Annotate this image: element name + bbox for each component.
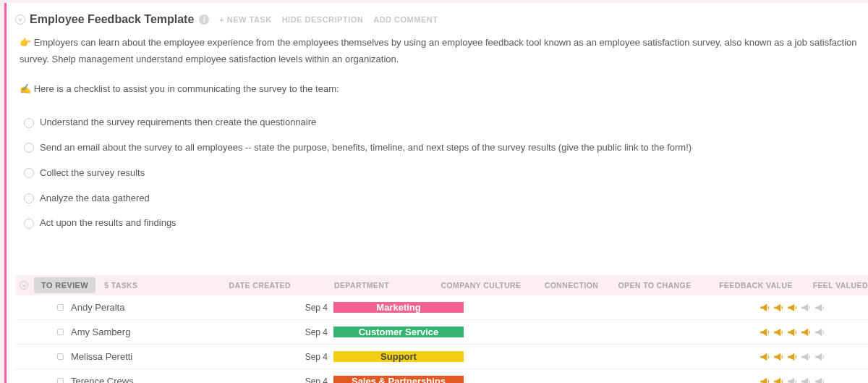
megaphone-icon — [814, 326, 827, 339]
checklist-item-text: Understand the survey requirements then … — [40, 114, 316, 131]
group-collapse-icon[interactable] — [18, 275, 30, 295]
megaphone-icon — [759, 301, 772, 314]
collapse-icon[interactable] — [15, 14, 25, 25]
header: Employee Feedback Template i + NEW TASK … — [15, 13, 868, 26]
table-row[interactable]: Terence CrewsSep 4Sales & Partnerships — [15, 369, 868, 383]
cell-date: Sep 4 — [254, 303, 333, 313]
checklist-intro: ✍️ Here is a checklist to assist you in … — [20, 81, 864, 98]
task-name: Melissa Peretti — [71, 351, 132, 362]
task-name: Terence Crews — [71, 376, 134, 383]
megaphone-icon — [759, 350, 772, 363]
checklist-intro-text: Here is a checklist to assist you in com… — [34, 83, 339, 94]
table-header-row: TO REVIEW 5 TASKS DATE CREATED DEPARTMEN… — [15, 275, 868, 295]
add-comment-button[interactable]: ADD COMMENT — [373, 15, 438, 24]
description: 👉 Employers can learn about the employee… — [15, 32, 868, 251]
cell-department[interactable]: Support — [333, 351, 464, 362]
intro-paragraph: 👉 Employers can learn about the employee… — [20, 35, 864, 68]
page: Employee Feedback Template i + NEW TASK … — [4, 3, 868, 383]
checkbox-icon[interactable] — [24, 118, 34, 128]
writing-hand-icon: ✍️ — [20, 83, 31, 94]
megaphone-icon — [786, 301, 799, 314]
pointing-hand-icon: 👉 — [20, 37, 31, 48]
task-name: Andy Peralta — [71, 302, 124, 313]
task-count: 5 TASKS — [104, 281, 137, 290]
task-name: Amy Samberg — [71, 327, 130, 337]
checkbox-icon[interactable] — [24, 193, 34, 203]
megaphone-icon — [814, 375, 827, 384]
col-open-to-change[interactable]: OPEN TO CHANGE — [608, 281, 702, 290]
megaphone-icon — [800, 301, 813, 314]
cell-date: Sep 4 — [254, 352, 333, 362]
task-status-square-icon[interactable] — [57, 329, 64, 335]
checklist-item[interactable]: Collect the survey results — [20, 161, 864, 186]
col-feedback-value[interactable]: FEEDBACK VALUE — [702, 281, 810, 290]
cell-date: Sep 4 — [254, 376, 333, 384]
cell-department[interactable]: Sales & Partnerships — [333, 376, 464, 383]
task-status-square-icon[interactable] — [57, 378, 64, 383]
status-chip[interactable]: TO REVIEW — [34, 277, 95, 293]
cell-feedback-value[interactable] — [739, 375, 847, 384]
megaphone-icon — [786, 350, 799, 363]
checklist-item[interactable]: Send an email about the survey to all em… — [20, 135, 864, 161]
table-row[interactable]: Melissa PerettiSep 4Support — [15, 345, 868, 369]
cell-feedback-value[interactable] — [739, 326, 847, 339]
col-date-created[interactable]: DATE CREATED — [217, 281, 297, 290]
checklist-item[interactable]: Act upon the results and findings — [20, 211, 864, 236]
megaphone-icon — [759, 375, 772, 384]
checkbox-icon[interactable] — [24, 168, 34, 178]
megaphone-icon — [786, 375, 799, 384]
cell-feedback-value[interactable] — [739, 301, 847, 314]
checklist-item-text: Send an email about the survey to all em… — [40, 140, 692, 156]
checkbox-icon[interactable] — [24, 219, 34, 229]
checkbox-icon[interactable] — [24, 143, 34, 153]
checklist-item-text: Collect the survey results — [40, 165, 145, 182]
megaphone-icon — [759, 326, 772, 339]
col-feel-valued[interactable]: FEEL VALUED — [810, 281, 868, 290]
cell-department[interactable]: Customer Service — [333, 327, 464, 337]
table-row[interactable]: Amy SambergSep 4Customer Service — [15, 320, 868, 345]
megaphone-icon — [814, 301, 827, 314]
intro-text: Employers can learn about the employee e… — [20, 37, 857, 64]
checklist-item-text: Act upon the results and findings — [40, 215, 176, 232]
megaphone-icon — [786, 326, 799, 339]
hide-description-button[interactable]: HIDE DESCRIPTION — [282, 15, 364, 24]
megaphone-icon — [800, 375, 813, 384]
megaphone-icon — [800, 350, 813, 363]
checklist: Understand the survey requirements then … — [20, 110, 864, 236]
checklist-item[interactable]: Understand the survey requirements then … — [20, 110, 864, 135]
megaphone-icon — [773, 350, 786, 363]
info-icon[interactable]: i — [199, 14, 209, 25]
task-status-square-icon[interactable] — [57, 304, 64, 311]
checklist-item[interactable]: Analyze the data gathered — [20, 186, 864, 211]
col-company-culture[interactable]: COMPANY CULTURE — [427, 281, 535, 290]
task-status-square-icon[interactable] — [57, 353, 64, 360]
cell-date: Sep 4 — [254, 327, 333, 337]
cell-feedback-value[interactable] — [739, 350, 847, 363]
megaphone-icon — [773, 326, 786, 339]
col-connection[interactable]: CONNECTION — [535, 281, 608, 290]
new-task-button[interactable]: + NEW TASK — [219, 15, 271, 24]
megaphone-icon — [800, 326, 813, 339]
megaphone-icon — [814, 350, 827, 363]
checklist-item-text: Analyze the data gathered — [40, 190, 150, 207]
col-department[interactable]: DEPARTMENT — [297, 281, 427, 290]
task-table: TO REVIEW 5 TASKS DATE CREATED DEPARTMEN… — [15, 275, 868, 383]
cell-department[interactable]: Marketing — [333, 302, 464, 313]
megaphone-icon — [773, 375, 786, 384]
table-row[interactable]: Andy PeraltaSep 4Marketing — [15, 295, 868, 320]
page-title: Employee Feedback Template — [30, 13, 194, 26]
megaphone-icon — [773, 301, 786, 314]
table-body: Andy PeraltaSep 4MarketingAmy SambergSep… — [15, 295, 868, 383]
